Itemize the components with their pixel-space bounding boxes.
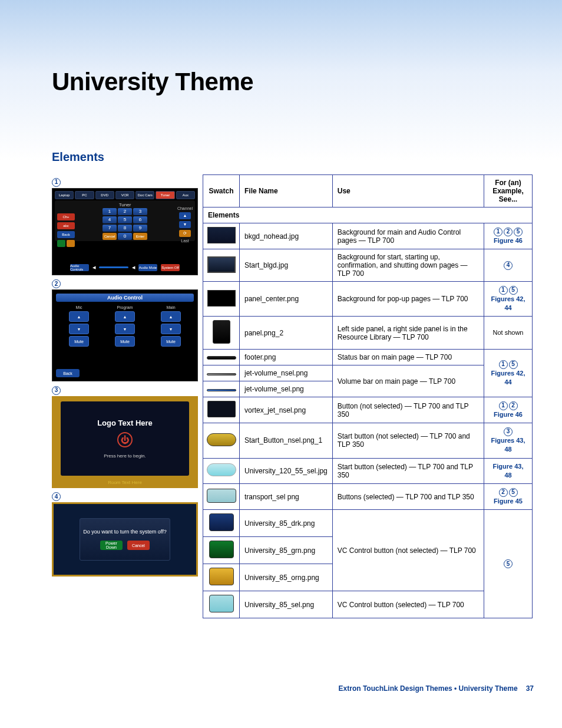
- tab-dvd: DVD: [95, 191, 114, 199]
- swatch: [207, 433, 236, 446]
- swatch: [207, 356, 236, 360]
- table-row: University_85_drk.pngVC Control button (…: [203, 510, 533, 537]
- page-footer: Extron TouchLink Design Themes • Univers…: [339, 684, 534, 693]
- tab-vcr: VCR: [115, 191, 134, 199]
- swatch: [209, 568, 234, 585]
- swatch: [207, 489, 236, 503]
- section-heading: Elements: [0, 96, 562, 171]
- page-title: University Theme: [0, 0, 562, 96]
- tab-laptop: Laptop: [55, 191, 74, 199]
- col-filename: File Name: [240, 175, 333, 207]
- back-button: Back: [56, 369, 80, 377]
- thumbnail-audio: Audio Control Mic▲▼Mute Program▲▼Mute Ma…: [52, 289, 198, 381]
- confirm-msg: Do you want to turn the system off?: [83, 529, 166, 535]
- callout-1: 1: [52, 178, 61, 187]
- swatch: [207, 463, 236, 476]
- swatch: [207, 401, 236, 417]
- power-icon: ⏻: [117, 432, 133, 447]
- thumbnail-tuner: Laptop PC DVD VCR Doc Cam Tuner Aux Tune…: [52, 188, 198, 275]
- table-row: University_120_55_sel.jpgStart button (s…: [203, 458, 533, 484]
- logo-text: Logo Text Here: [97, 419, 153, 427]
- swatch: [207, 227, 236, 243]
- table-row: jet-volume_nsel.pngVolume bar on main pa…: [203, 365, 533, 381]
- table-row: transport_sel pngButtons (selected) — TL…: [203, 484, 533, 510]
- col-swatch: Swatch: [203, 175, 240, 207]
- swatch: [207, 389, 236, 391]
- callout-4: 4: [52, 492, 61, 501]
- table-row: Start_blgd.jpgBackground for start, star…: [203, 249, 533, 282]
- table-row: footer.pngStatus bar on main page — TLP …: [203, 350, 533, 365]
- tab-aux: Aux: [176, 191, 195, 199]
- thumbnail-confirm: Do you want to turn the system off? Powe…: [52, 502, 198, 577]
- swatch: [209, 541, 234, 558]
- col-use: Use: [332, 175, 484, 207]
- swatch: [209, 513, 234, 531]
- tab-pc: PC: [75, 191, 94, 199]
- table-row: University_85_sel.pngVC Control button (…: [203, 591, 533, 618]
- swatch: [207, 290, 236, 307]
- tuner-title: Tuner: [57, 202, 193, 207]
- subheader: Elements: [203, 207, 533, 223]
- table-row: panel_center.pngBackground for pop-up pa…: [203, 282, 533, 317]
- thumbnail-column: 1 Laptop PC DVD VCR Doc Cam Tuner Aux Tu…: [52, 174, 199, 618]
- col-ref: For (an) Example, See...: [484, 175, 533, 207]
- audio-title: Audio Control: [56, 294, 194, 302]
- swatch: [207, 256, 236, 273]
- thumbnail-start: Logo Text Here ⏻ Press here to begin. Ro…: [52, 396, 198, 488]
- callout-2: 2: [52, 279, 61, 288]
- tab-tuner: Tuner: [156, 191, 174, 199]
- table-row: vortex_jet_nsel.pngButton (not selected)…: [203, 397, 533, 423]
- swatch: [207, 373, 236, 375]
- table-row: bkgd_nohead.jpgBackground for main and A…: [203, 223, 533, 249]
- callout-3: 3: [52, 386, 61, 395]
- elements-table: Swatch File Name Use For (an) Example, S…: [203, 174, 533, 618]
- swatch: [213, 320, 230, 344]
- table-row: Start_Button_nsel.png_1Start button (not…: [203, 423, 533, 458]
- swatch: [209, 595, 234, 612]
- table-row: panel.png_2Left side panel, a right side…: [203, 317, 533, 350]
- tab-doccam: Doc Cam: [135, 191, 154, 199]
